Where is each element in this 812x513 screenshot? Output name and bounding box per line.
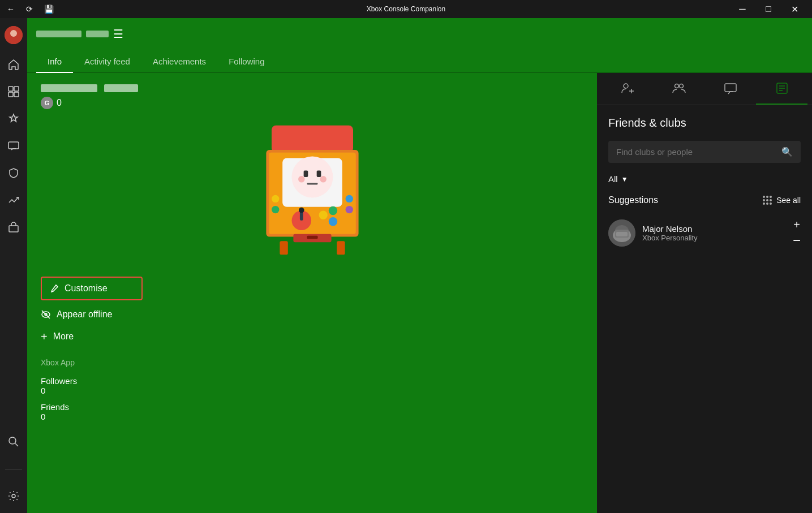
suggestions-header: Suggestions See all [608,195,801,205]
followers-value: 0 [41,386,583,395]
filter-row: All ▼ [608,174,801,184]
svg-point-21 [272,195,279,202]
tab-activity-feed[interactable]: Activity feed [73,50,141,73]
profile-name-bar-2 [104,84,138,92]
svg-point-29 [328,206,337,215]
username-bar-2 [86,31,109,37]
sidebar-item-search[interactable] [1,429,26,454]
more-button[interactable]: + More [41,329,583,344]
gamerscore-value: 0 [57,98,62,108]
filter-label[interactable]: All [608,174,618,184]
svg-rect-34 [337,241,345,255]
customise-button[interactable]: Customise [41,277,143,300]
save-icon[interactable]: 💾 [42,2,56,16]
svg-point-1 [10,30,17,37]
sidebar-item-dashboard[interactable] [1,79,26,104]
svg-rect-16 [303,170,308,177]
sidebar-item-store[interactable] [1,215,26,240]
svg-rect-33 [280,241,287,255]
window-controls: ─ □ ✕ [729,0,807,18]
svg-point-42 [679,84,683,88]
svg-rect-8 [9,226,18,232]
sidebar-item-home[interactable] [1,52,26,77]
suggestion-info-major-nelson: Major Nelson Xbox Personality [642,224,786,242]
svg-rect-4 [14,87,19,91]
appear-offline-button[interactable]: Appear offline [41,307,583,322]
svg-point-18 [298,176,305,183]
filter-dropdown-icon[interactable]: ▼ [621,175,628,183]
back-icon[interactable]: ← [5,2,17,16]
svg-rect-32 [307,236,317,239]
svg-point-30 [328,217,337,226]
suggestions-title: Suggestions [608,195,658,205]
suggestion-add-button[interactable]: + [793,219,800,230]
followers-block: Followers 0 [41,376,583,395]
svg-point-9 [9,437,16,444]
suggestion-name: Major Nelson [642,224,786,234]
user-avatar [5,26,23,44]
svg-point-41 [674,84,678,88]
minimize-button[interactable]: ─ [729,0,755,18]
avatar-area [41,123,583,258]
friends-block: Friends 0 [41,402,583,421]
search-input[interactable] [616,147,776,157]
maximize-button[interactable]: □ [755,0,781,18]
arcade-machine-avatar [250,123,375,258]
right-tab-friends[interactable] [653,73,704,105]
right-panel: Friends & clubs 🔍 All ▼ Suggestions [597,73,812,513]
header-menu-icon[interactable]: ☰ [113,27,123,41]
xbox-app-label: Xbox App [41,358,583,367]
sidebar-item-trending[interactable] [1,188,26,213]
suggestion-actions: + − [793,219,801,247]
sidebar-item-messages[interactable] [1,133,26,158]
sidebar-item-separator [1,456,26,481]
svg-point-28 [319,211,327,219]
profile-panel: G 0 [27,73,597,513]
svg-rect-17 [316,170,321,177]
right-panel-tabs [597,73,812,105]
tab-info[interactable]: Info [36,50,73,73]
svg-point-19 [320,176,326,183]
svg-rect-5 [8,92,13,97]
search-bar[interactable]: 🔍 [608,141,801,163]
search-submit-icon[interactable]: 🔍 [781,146,793,157]
xbox-app-section: Xbox App Followers 0 Friends 0 [41,358,583,421]
content-area: ☰ Info Activity feed Achievements Follow… [27,18,812,513]
svg-rect-6 [14,92,19,97]
svg-rect-20 [307,183,317,185]
tab-achievements[interactable]: Achievements [141,50,217,73]
tab-following[interactable]: Following [217,50,276,73]
right-tab-chat[interactable] [704,73,756,105]
refresh-icon[interactable]: ⟳ [24,2,35,16]
see-all-block[interactable]: See all [763,196,801,205]
gamerscore-icon: G [41,97,53,109]
sidebar-item-achievements[interactable] [1,106,26,131]
svg-point-27 [299,208,304,213]
suggestion-avatar-major-nelson [608,219,635,247]
header-username-block: ☰ [36,27,123,41]
suggestion-subtitle: Xbox Personality [642,234,786,242]
right-tab-messages[interactable] [756,73,807,105]
profile-name-bar-1 [41,84,97,92]
app-title: Xbox Console Companion [367,5,445,13]
sidebar-avatar-item[interactable] [1,23,26,48]
action-buttons: Customise Appear offline + More [41,277,583,344]
svg-point-38 [624,84,628,88]
svg-rect-11 [272,126,353,153]
svg-point-22 [272,206,279,213]
svg-rect-43 [725,84,736,92]
profile-name-block [41,84,583,92]
see-all-label[interactable]: See all [776,196,801,205]
sidebar-item-shield[interactable] [1,161,26,186]
svg-rect-3 [8,87,13,91]
close-button[interactable]: ✕ [781,0,807,18]
titlebar-left: ← ⟳ 💾 [5,2,56,16]
svg-point-15 [291,157,333,198]
friends-value: 0 [41,412,583,421]
suggestion-remove-button[interactable]: − [793,234,801,247]
app-body: ☰ Info Activity feed Achievements Follow… [0,18,812,513]
right-tab-add-friend[interactable] [602,73,653,105]
friends-label: Friends [41,402,583,412]
sidebar-item-settings[interactable] [1,484,26,508]
svg-point-10 [12,494,15,498]
